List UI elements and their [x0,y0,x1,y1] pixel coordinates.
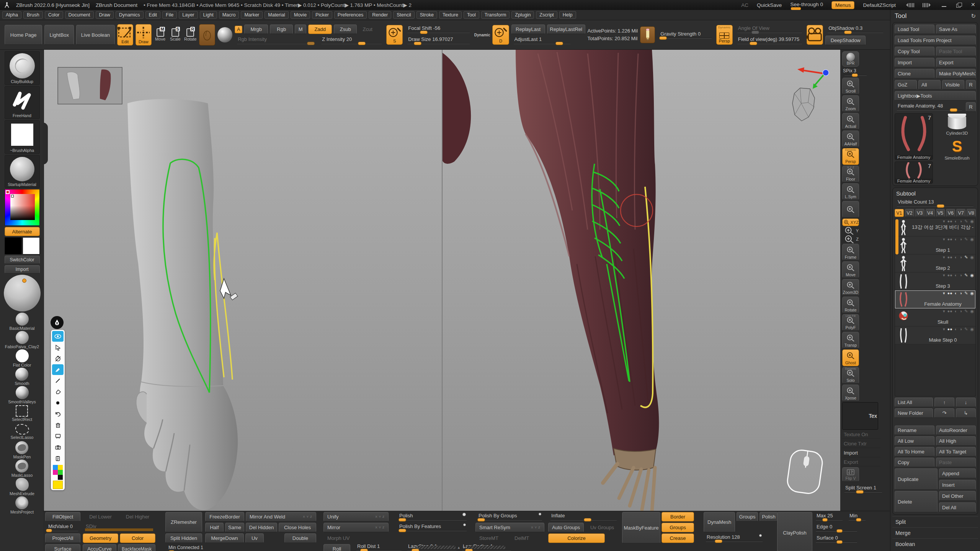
texture-startup-material[interactable]: StartupMaterial [5,155,40,188]
replay-last-rel-button[interactable]: ReplayLastRel [547,24,585,34]
stroke-freehand[interactable]: FreeHand [5,86,40,119]
subtool-action-button[interactable]: All Low [895,436,934,446]
menu-item[interactable]: Alpha [2,11,21,19]
menu-item[interactable]: Stencil [393,11,415,19]
screenshot-camera-button[interactable] [52,442,64,453]
nav-button[interactable]: Z [842,235,859,243]
lightbox-tools-button[interactable]: Lightbox▶Tools [895,91,976,101]
dot-size-button[interactable] [52,398,64,408]
tool-action-button[interactable]: GoZ [895,80,917,90]
quicksave-button[interactable]: QuickSave [757,2,782,8]
lazy-mouse-pencil-button[interactable] [640,26,655,43]
tool-action-button[interactable]: Copy Tool [895,47,934,56]
divider-left-icon[interactable] [904,3,914,7]
texture-preview[interactable]: Tex [842,402,878,430]
menu-item[interactable]: Brush [23,11,43,19]
material-item[interactable]: MaskLasso [11,460,33,478]
version-tab[interactable]: V1 [895,209,904,217]
mask-by-feature-button[interactable]: MaskByFeature [622,512,660,543]
mirror-and-weld-button[interactable]: Mirror And WeldX Y Z [246,512,316,522]
tool-action-button[interactable]: Paste Tool [936,47,976,56]
version-tab[interactable]: V5 [936,209,945,217]
annotation-pen-bubble[interactable] [51,316,64,329]
menus-button[interactable]: Menus [831,1,855,9]
minimize-button[interactable] [941,2,947,8]
menu-item[interactable]: Light [200,11,217,19]
bottom-scroll-handle[interactable]: ▲▼ [417,545,505,550]
polish-radio[interactable] [462,513,466,516]
del-all-button[interactable]: Del All [939,502,976,512]
menu-item[interactable]: Marker [241,11,263,19]
accucurve-button[interactable]: AccuCurve [83,544,116,551]
tool-thumb-simplebrush[interactable]: S SimpleBrush [934,138,980,160]
draw-button[interactable]: Draw [136,24,152,46]
nav-button[interactable]: L.Sym [842,183,859,200]
obj-shadow-slider[interactable]: ObjShadow 0.3 [825,24,885,34]
groups-button[interactable]: Groups [662,523,694,532]
line-tool-button[interactable] [52,375,64,386]
split-hidden-button[interactable]: Split Hidden [165,533,202,543]
tool-thumb-female-anatomy[interactable]: 7 Female Anatomy [895,113,933,160]
divider-right-icon[interactable] [923,3,933,7]
nav-button[interactable]: Zoom [842,95,859,112]
clear-trash-button[interactable] [52,420,64,430]
tool-action-button[interactable]: Load Tools From Project [895,36,976,45]
del-higher-button[interactable]: Del Higher [120,512,155,522]
version-tab[interactable]: V3 [915,209,924,217]
resolution-radio[interactable] [759,534,762,537]
dynamesh-button[interactable]: DynaMesh [704,512,735,532]
tool-action-button[interactable]: All [918,80,941,90]
roll-dist-slider[interactable]: Roll Dist 1 [354,543,404,551]
close-holes-button[interactable]: Close Holes [279,523,316,532]
nav-button[interactable]: Scroll [842,78,859,95]
subtool-row[interactable]: ▾●●◐◑✎◉ Step 1 [895,236,975,254]
material-item[interactable]: MeshProject [10,496,34,514]
del-lower-button[interactable]: Del Lower [83,512,118,522]
polish-by-groups-radio[interactable] [539,513,541,515]
nav-button[interactable]: XYZ [842,218,859,226]
move-out-folder-button[interactable]: ↷ [934,408,954,418]
home-page-button[interactable]: Home Page [5,25,42,45]
surface-button[interactable]: Surface [45,544,80,551]
resolution-slider[interactable]: Resolution 128 [704,533,765,543]
nav-button[interactable]: Y [842,227,859,235]
menu-item[interactable]: Texture [439,11,462,19]
lightbox-button[interactable]: LightBox [44,25,74,45]
cursor-tool-button[interactable] [52,342,64,353]
insert-button[interactable]: Insert [939,480,976,490]
tool-action-button[interactable]: Make PolyMesh3D [936,69,976,78]
crease-button[interactable]: Crease [662,533,694,543]
clone-texture-button[interactable]: Clone Txtr [842,440,880,448]
move-into-folder-button[interactable]: ↳ [956,408,976,418]
tool-r-button[interactable]: R [966,102,976,112]
geometry-button[interactable]: Geometry [83,533,118,543]
menu-item[interactable]: Material [265,11,288,19]
rgb-button[interactable]: Rgb [270,24,293,34]
subtool-action-button[interactable]: Copy [895,458,934,467]
canvas-3d-view[interactable] [44,50,840,511]
version-tab[interactable]: V8 [967,209,976,217]
uv-button[interactable]: Uv [245,533,264,543]
alpha-brushalpha[interactable]: ~BrushAlpha [5,120,40,154]
material-item[interactable]: BasicMaterial [9,313,34,331]
document-preview-thumbnail[interactable] [58,67,122,104]
gravity-strength-slider[interactable]: Gravity Strength 0 [657,30,714,40]
subtool-row-selected[interactable]: ▾●●◐◑✎◉ Female Anatomy [895,290,975,308]
material-item[interactable]: SelectRect [12,404,32,422]
tool-thumb-female-anatomy-2[interactable]: 7 Female Anatomy [895,161,933,184]
spix-slider[interactable]: SPix 3 [842,67,869,77]
menu-item[interactable]: Dynamics [116,11,144,19]
nav-button[interactable]: Transp [842,332,859,349]
nav-button[interactable] [842,201,859,218]
nav-button[interactable]: AAHalf [842,130,859,147]
color-picker-sv-square[interactable] [10,194,35,220]
menu-item[interactable]: Color [45,11,63,19]
color-palette-button[interactable] [52,464,64,480]
nav-button[interactable]: Frame [842,244,859,261]
close-button[interactable] [970,2,976,8]
smart-resym-button[interactable]: Smart ReSymX Y Z [475,523,544,532]
split-screen-slider[interactable]: Split Screen 1 [842,484,884,494]
rgb-intensity-slider[interactable]: Rgb Intensity [235,36,317,45]
backfacemask-button[interactable]: BackfaceMask [118,544,155,551]
tool-action-button[interactable]: Import [895,58,934,67]
